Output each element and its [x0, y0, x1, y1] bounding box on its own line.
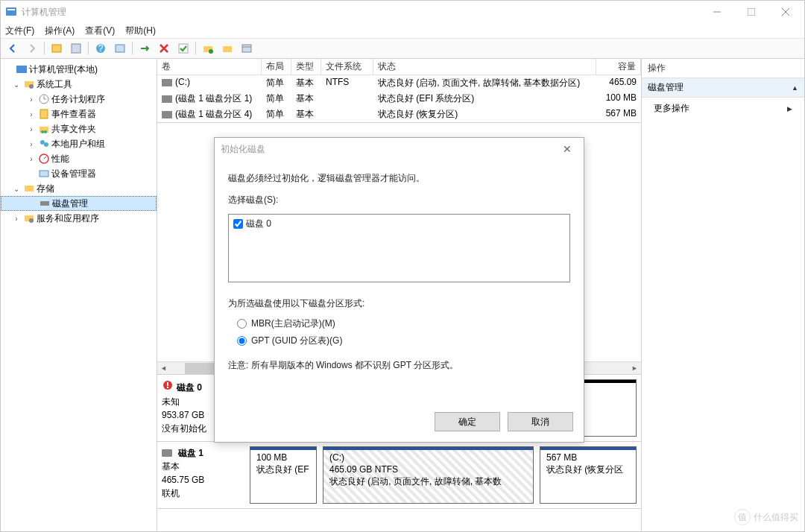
col-status[interactable]: 状态: [373, 59, 596, 75]
table-row[interactable]: (磁盘 1 磁盘分区 4)简单基本状态良好 (恢复分区)567 MB: [157, 107, 641, 122]
svg-rect-6: [52, 45, 61, 52]
volume-table: 卷 布局 类型 文件系统 状态 容量 (C:)简单基本NTFS状态良好 (启动,…: [157, 59, 641, 123]
delete-icon[interactable]: [155, 40, 173, 57]
svg-rect-29: [25, 186, 34, 191]
scroll-right-icon[interactable]: ►: [628, 362, 641, 375]
help-button[interactable]: ?: [92, 40, 110, 57]
cancel-button[interactable]: 取消: [508, 412, 573, 431]
svg-rect-14: [223, 46, 232, 52]
mbr-radio[interactable]: [237, 319, 247, 329]
disk-checkbox[interactable]: [233, 219, 243, 229]
table-row[interactable]: (C:)简单基本NTFS状态良好 (启动, 页面文件, 故障转储, 基本数据分区…: [157, 75, 641, 91]
svg-rect-1: [7, 9, 15, 10]
tree-event-viewer[interactable]: ›事件查看器: [1, 107, 157, 121]
table-header: 卷 布局 类型 文件系统 状态 容量: [157, 59, 641, 75]
actions-header: 操作: [642, 59, 804, 78]
actions-category[interactable]: 磁盘管理 ▲: [642, 78, 804, 98]
users-icon: [38, 138, 50, 150]
svg-rect-22: [40, 127, 48, 133]
dialog-note: 注意: 所有早期版本的 Windows 都不识别 GPT 分区形式。: [228, 359, 570, 372]
dialog-buttons: 确定 取消: [215, 405, 584, 442]
toolbar-separator: [44, 42, 45, 55]
svg-text:?: ?: [98, 43, 104, 54]
col-filesystem[interactable]: 文件系统: [321, 59, 373, 75]
partition[interactable]: (C:) 465.09 GB NTFS 状态良好 (启动, 页面文件, 故障转储…: [323, 446, 534, 504]
tree-shared-folders[interactable]: ›共享文件夹: [1, 121, 157, 136]
dialog-titlebar: 初始化磁盘 ✕: [215, 138, 584, 160]
tree-local-users[interactable]: ›本地用户和组: [1, 136, 157, 151]
svg-rect-28: [40, 171, 48, 177]
maximize-button[interactable]: [734, 1, 768, 23]
forward-button[interactable]: [23, 40, 41, 57]
submenu-icon: ▶: [787, 105, 792, 113]
dialog-close-button[interactable]: ✕: [557, 143, 578, 155]
app-icon: [5, 6, 17, 18]
close-button[interactable]: [768, 1, 803, 23]
gpt-radio[interactable]: [237, 336, 247, 346]
col-capacity[interactable]: 容量: [596, 59, 641, 75]
show-hide-button[interactable]: [48, 40, 66, 57]
gpt-radio-row[interactable]: GPT (GUID 分区表)(G): [237, 335, 570, 347]
toolbar-separator: [132, 42, 133, 55]
dialog-body: 磁盘必须经过初始化，逻辑磁盘管理器才能访问。 选择磁盘(S): 磁盘 0 为所选…: [215, 160, 584, 405]
shared-icon: [38, 123, 50, 135]
menu-action[interactable]: 操作(A): [45, 25, 75, 37]
mbr-radio-row[interactable]: MBR(主启动记录)(M): [237, 317, 570, 330]
disk-select-list[interactable]: 磁盘 0: [228, 214, 570, 282]
svg-rect-10: [116, 45, 124, 52]
svg-point-25: [40, 140, 45, 145]
list-icon[interactable]: [238, 40, 256, 57]
initialize-disk-dialog: 初始化磁盘 ✕ 磁盘必须经过初始化，逻辑磁盘管理器才能访问。 选择磁盘(S): …: [214, 137, 584, 443]
folder2-icon[interactable]: [218, 40, 236, 57]
tree-task-scheduler[interactable]: ›任务计划程序: [1, 92, 157, 107]
toolbar-separator: [88, 42, 89, 55]
menu-file[interactable]: 文件(F): [5, 25, 34, 37]
disk-glyph-icon: [162, 449, 172, 457]
svg-point-32: [29, 218, 34, 223]
tree-services-apps[interactable]: ›服务和应用程序: [1, 211, 157, 226]
svg-rect-3: [748, 8, 755, 16]
partition[interactable]: 100 MB 状态良好 (EF: [250, 446, 317, 504]
actions-pane: 操作 磁盘管理 ▲ 更多操作 ▶: [642, 59, 804, 531]
disk-row-1[interactable]: 磁盘 1 基本 465.75 GB 联机 100 MB 状态良好 (EF (C:…: [157, 442, 641, 509]
col-volume[interactable]: 卷: [157, 59, 262, 75]
refresh-button[interactable]: [111, 40, 129, 57]
toolbar-separator: [195, 42, 196, 55]
properties-button[interactable]: [67, 40, 85, 57]
svg-point-13: [209, 49, 213, 54]
minimize-button[interactable]: [700, 1, 734, 23]
menu-help[interactable]: 帮助(H): [125, 25, 156, 37]
checklist-icon[interactable]: [174, 40, 192, 57]
svg-rect-21: [40, 110, 48, 118]
col-layout[interactable]: 布局: [262, 59, 291, 75]
scroll-left-icon[interactable]: ◄: [157, 362, 170, 375]
dialog-message: 磁盘必须经过初始化，逻辑磁盘管理器才能访问。: [228, 172, 570, 185]
tree-device-manager[interactable]: 设备管理器: [1, 166, 157, 181]
back-button[interactable]: [4, 40, 22, 57]
menu-view[interactable]: 查看(V): [85, 25, 115, 37]
perf-icon: [38, 153, 50, 165]
tree-system-tools[interactable]: ⌄系统工具: [1, 77, 157, 92]
svg-rect-17: [16, 66, 27, 73]
disk-icon: [39, 197, 51, 209]
actions-more[interactable]: 更多操作 ▶: [642, 98, 804, 119]
partition[interactable]: 567 MB 状态良好 (恢复分区: [540, 446, 637, 504]
disk-checkbox-row[interactable]: 磁盘 0: [233, 218, 565, 230]
tree-disk-management[interactable]: 磁盘管理: [1, 196, 157, 211]
svg-point-19: [29, 84, 34, 89]
tree-storage[interactable]: ⌄存储: [1, 181, 157, 196]
action-icon[interactable]: [136, 40, 154, 57]
partition-style-label: 为所选磁盘使用以下磁盘分区形式:: [228, 297, 570, 310]
tree-root[interactable]: 计算机管理(本地): [1, 62, 157, 77]
clock-icon: [38, 93, 50, 105]
table-row[interactable]: (磁盘 1 磁盘分区 1)简单基本状态良好 (EFI 系统分区)100 MB: [157, 91, 641, 107]
folder-icon[interactable]: [199, 40, 217, 57]
storage-icon: [23, 183, 35, 194]
ok-button[interactable]: 确定: [435, 412, 500, 431]
svg-rect-15: [242, 45, 251, 52]
tree-performance[interactable]: ›性能: [1, 151, 157, 166]
watermark-icon: 值: [734, 509, 751, 525]
watermark: 值 什么值得买: [734, 509, 798, 525]
col-type[interactable]: 类型: [291, 59, 321, 75]
svg-rect-34: [167, 382, 168, 386]
